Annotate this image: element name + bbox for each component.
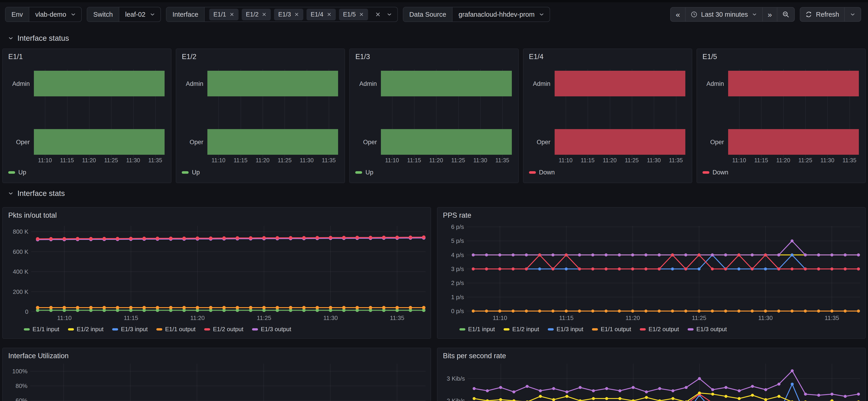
series-point <box>316 236 319 239</box>
legend-item[interactable]: E1/1 input <box>24 326 59 333</box>
switch-value-dropdown[interactable]: leaf-02 <box>119 7 161 22</box>
timeline-legend-item[interactable]: Up <box>8 169 26 176</box>
chart-canvas-util[interactable]: 100%80%60% <box>3 364 431 401</box>
chip-label: E1/2 <box>246 11 259 18</box>
legend-color-marker <box>156 328 162 331</box>
panel-title: E1/5 <box>703 53 717 61</box>
interface-chip[interactable]: E1/5 <box>339 9 368 20</box>
series-point <box>512 253 515 256</box>
interface-chip[interactable]: E1/1 <box>209 9 239 20</box>
legend-item[interactable]: E1/1 input <box>459 326 495 333</box>
chip-remove-icon[interactable] <box>229 12 235 17</box>
series-point <box>671 268 674 271</box>
chevron-down-icon[interactable] <box>386 11 392 18</box>
y-axis-tick-label: 600 K <box>13 248 29 255</box>
zoom-out-button[interactable] <box>777 7 794 21</box>
series-point <box>831 310 833 313</box>
section-interface-status[interactable]: Interface status <box>8 34 69 42</box>
top-edge-strip <box>0 0 868 2</box>
timeline-legend-item[interactable]: Up <box>182 169 200 176</box>
legend-color-marker <box>204 328 210 331</box>
legend-label: E1/1 output <box>601 326 631 333</box>
time-back-button[interactable]: « <box>671 7 686 21</box>
series-point <box>591 268 594 271</box>
series-point <box>49 237 53 241</box>
panel-title: Bits per second rate <box>443 352 506 360</box>
status-panel-E1/1: E1/1AdminOper11:1011:1511:2011:2511:3011… <box>2 49 172 183</box>
chart-panel-util: Interface Utilization100%80%60% <box>2 348 431 401</box>
legend-item[interactable]: E1/3 output <box>252 326 291 333</box>
series-point <box>565 268 568 271</box>
env-value-dropdown[interactable]: vlab-demo <box>29 7 81 22</box>
x-axis-tick-label: 11:30 <box>323 314 338 321</box>
chip-remove-icon[interactable] <box>359 12 364 17</box>
series-point <box>738 397 741 400</box>
legend-item[interactable]: E1/2 input <box>68 326 103 333</box>
x-axis-tick-label: 11:20 <box>626 314 640 321</box>
chevron-down-icon <box>8 35 14 41</box>
x-axis-tick-label: 11:25 <box>692 314 706 321</box>
interface-chip[interactable]: E1/4 <box>307 9 336 20</box>
series-point <box>764 310 767 313</box>
legend-item[interactable]: E1/3 output <box>688 326 727 333</box>
series-point <box>831 268 833 271</box>
timeline-bar-admin <box>207 71 338 96</box>
legend-color-marker <box>252 328 258 331</box>
interface-chip[interactable]: E1/3 <box>274 9 303 20</box>
status-panel-E1/4: E1/4AdminOper11:1011:1511:2011:2511:3011… <box>523 49 692 183</box>
chart-canvas-pps[interactable]: 6 p/s5 p/s4 p/s3 p/s2 p/s1 p/s0 p/s11:10… <box>437 223 866 331</box>
status-panel-E1/5: E1/5AdminOper11:1011:1511:2011:2511:3011… <box>696 49 866 183</box>
legend-item[interactable]: E1/1 output <box>156 326 195 333</box>
timeline-legend-item[interactable]: Up <box>355 169 373 176</box>
interface-chip[interactable]: E1/2 <box>242 9 271 20</box>
legend-item[interactable]: E1/1 output <box>592 326 631 333</box>
timeline-legend-item[interactable]: Down <box>703 169 728 176</box>
series-point <box>342 306 346 309</box>
series-point <box>605 397 608 400</box>
zoom-out-icon <box>782 11 789 18</box>
legend-label: E1/1 output <box>165 326 195 333</box>
series-point <box>409 236 412 239</box>
series-point <box>619 389 621 392</box>
refresh-interval-dropdown[interactable] <box>845 7 861 21</box>
series-point <box>249 236 252 240</box>
clear-all-icon[interactable] <box>375 11 381 18</box>
section-interface-stats[interactable]: Interface stats <box>8 189 65 198</box>
var-switch-group: Switch leaf-02 <box>87 7 161 22</box>
series-point <box>196 306 199 309</box>
timeline-legend-item[interactable]: Down <box>529 169 555 176</box>
time-forward-button[interactable]: » <box>763 7 778 21</box>
chip-remove-icon[interactable] <box>261 12 267 17</box>
time-range-picker[interactable]: Last 30 minutes <box>686 7 763 21</box>
legend-item[interactable]: E1/2 output <box>204 326 243 333</box>
chart-canvas-bits[interactable]: 3 Kib/s2 Kib/s <box>437 364 866 401</box>
series-point <box>685 386 688 389</box>
legend-item[interactable]: E1/3 input <box>112 326 148 333</box>
legend-item[interactable]: E1/3 input <box>548 326 583 333</box>
chip-remove-icon[interactable] <box>294 12 299 17</box>
legend-item[interactable]: E1/2 input <box>504 326 539 333</box>
timeline-row-label: Admin <box>353 80 377 87</box>
chart-canvas-pkts[interactable]: 800 K600 K400 K200 K011:1011:1511:2011:2… <box>3 223 431 331</box>
y-axis-tick-label: 4 p/s <box>451 251 464 258</box>
y-axis-tick-label: 400 K <box>13 268 29 275</box>
timeline-bar-admin <box>34 71 164 96</box>
legend-label: E1/1 input <box>32 326 59 333</box>
legend-color-marker <box>355 171 362 174</box>
angle-double-left-icon: « <box>676 10 680 18</box>
series-point <box>698 268 701 271</box>
status-panel-E1/3: E1/3AdminOper11:1011:1511:2011:2511:3011… <box>349 49 519 183</box>
var-env-group: Env vlab-demo <box>5 7 82 22</box>
legend-item[interactable]: E1/2 output <box>640 326 679 333</box>
chip-remove-icon[interactable] <box>327 12 332 17</box>
series-point <box>698 377 701 380</box>
datasource-value-dropdown[interactable]: grafanacloud-hhdev-prom <box>453 7 550 22</box>
series-point <box>169 306 173 309</box>
refresh-button[interactable]: Refresh <box>800 7 845 21</box>
series-point <box>790 268 794 271</box>
series-point <box>604 268 608 271</box>
panel-title: Interface Utilization <box>8 352 69 360</box>
series-point <box>857 268 860 271</box>
series-point <box>790 239 794 242</box>
x-axis-tick-label: 11:35 <box>660 157 692 164</box>
